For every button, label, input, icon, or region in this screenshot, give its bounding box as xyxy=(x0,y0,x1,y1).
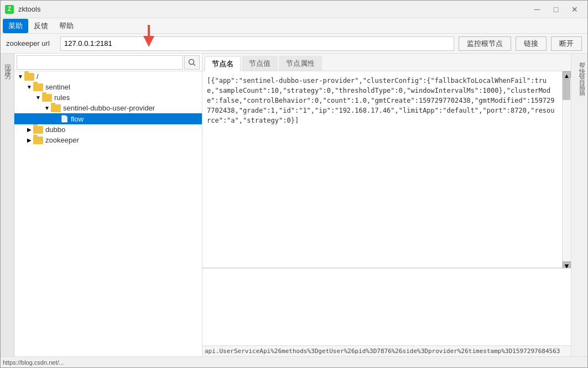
file-icon-flow: 📄 xyxy=(60,114,69,123)
svg-point-0 xyxy=(189,59,194,64)
tab-node-value[interactable]: 节点值 xyxy=(242,56,278,71)
disconnect-button[interactable]: 断开 xyxy=(551,36,582,51)
search-button[interactable] xyxy=(184,55,200,70)
menu-item-fankui[interactable]: 反馈 xyxy=(28,19,54,33)
far-right-panel: 帮 快 链 自 插 插 xyxy=(571,54,587,356)
node-label-rules: rules xyxy=(54,93,70,102)
connect-button[interactable]: 链接 xyxy=(516,36,547,51)
arrow-shaft xyxy=(148,25,150,36)
tree-node-provider[interactable]: ▼ sentinel-dubbo-user-provider xyxy=(14,103,202,113)
main-window: Z zktools ─ □ ✕ 菜助 反馈 帮助 zookeeper url 监… xyxy=(0,0,588,368)
far-right-label-help: 帮 xyxy=(571,56,587,59)
folder-icon-provider xyxy=(51,104,61,112)
toolbar: zookeeper url 监控根节点 链接 断开 xyxy=(1,34,587,54)
node-label-flow: flow xyxy=(71,115,84,123)
arrow-indicator xyxy=(143,25,154,47)
far-right-label-fast: 快 xyxy=(571,62,587,64)
far-right-label-link: 链 xyxy=(571,67,587,70)
node-label-sentinel: sentinel xyxy=(45,83,70,91)
toggle-rules[interactable]: ▼ xyxy=(34,94,42,102)
menu-item-bangzhu[interactable]: 帮助 xyxy=(54,19,79,33)
maximize-button[interactable]: □ xyxy=(548,4,564,15)
folder-icon-dubbo xyxy=(33,126,43,134)
tab-node-name[interactable]: 节点名 xyxy=(205,56,241,71)
far-right-label-auto: 自 xyxy=(571,73,587,75)
node-label-root: / xyxy=(37,72,39,81)
tree-node-rules[interactable]: ▼ rules xyxy=(14,92,202,103)
scrollbar-thumb[interactable] xyxy=(563,78,570,100)
toggle-zookeeper[interactable]: ▶ xyxy=(25,136,33,144)
tree-container: ▼ / ▼ sentinel ▼ rules xyxy=(14,71,202,356)
folder-icon-root xyxy=(24,73,34,81)
menu-bar: 菜助 反馈 帮助 xyxy=(1,18,587,34)
toggle-root[interactable]: ▼ xyxy=(17,73,24,81)
search-input[interactable] xyxy=(17,55,183,70)
zookeeper-url-input[interactable] xyxy=(60,36,454,51)
title-bar-left: Z zktools xyxy=(5,5,40,14)
minimize-button[interactable]: ─ xyxy=(529,4,545,15)
tree-node-flow[interactable]: 📄 flow xyxy=(14,113,202,124)
scrollbar-down[interactable]: ▼ xyxy=(563,261,571,268)
tree-node-dubbo[interactable]: ▶ dubbo xyxy=(14,124,202,135)
tabs-bar: 节点名 节点值 节点属性 xyxy=(202,54,571,71)
tree-node-root[interactable]: ▼ / xyxy=(14,71,202,82)
far-right-label-plugin2: 插 xyxy=(571,84,587,86)
tab-node-attr[interactable]: 节点属性 xyxy=(279,56,322,71)
tree-node-zookeeper[interactable]: ▶ zookeeper xyxy=(14,135,202,145)
zookeeper-label: zookeeper url xyxy=(6,39,56,48)
menu-item-caizhuan[interactable]: 菜助 xyxy=(3,19,28,33)
window-controls: ─ □ ✕ xyxy=(529,4,583,15)
status-url: https://blog.csdn.net/... xyxy=(3,359,64,366)
right-scrollbar[interactable]: ▲ ▼ xyxy=(562,71,571,268)
title-bar: Z zktools ─ □ ✕ xyxy=(1,1,587,18)
node-label-dubbo: dubbo xyxy=(45,125,65,134)
app-icon: Z xyxy=(5,5,14,14)
svg-line-1 xyxy=(194,64,196,66)
content-area: [{"app":"sentinel-dubbo-user-provider","… xyxy=(202,71,571,356)
tree-panel: ▼ / ▼ sentinel ▼ rules xyxy=(14,54,202,356)
tree-node-sentinel[interactable]: ▼ sentinel xyxy=(14,82,202,92)
far-right-label-plugin1: 插 xyxy=(571,78,587,81)
left-sidebar: 现 序 另 xyxy=(1,54,14,356)
toggle-provider[interactable]: ▼ xyxy=(43,104,51,112)
right-panel: 节点名 节点值 节点属性 [{"app":"sentinel-dubbo-use… xyxy=(202,54,571,356)
node-label-zookeeper: zookeeper xyxy=(45,136,79,144)
folder-icon-rules xyxy=(42,94,52,102)
folder-icon-zookeeper xyxy=(33,136,43,144)
folder-icon-sentinel xyxy=(33,83,43,91)
monitor-button[interactable]: 监控根节点 xyxy=(459,36,511,51)
scrollbar-up[interactable]: ▲ xyxy=(563,71,571,78)
toggle-sentinel[interactable]: ▼ xyxy=(25,83,33,91)
bottom-content: api.UserServiceApi%26methods%3DgetUser%2… xyxy=(202,268,571,356)
bottom-url-bar: api.UserServiceApi%26methods%3DgetUser%2… xyxy=(202,345,571,356)
json-content: [{"app":"sentinel-dubbo-user-provider","… xyxy=(202,71,562,268)
node-label-provider: sentinel-dubbo-user-provider xyxy=(63,104,155,112)
toggle-flow[interactable] xyxy=(52,115,60,123)
window-title: zktools xyxy=(18,5,40,13)
close-button[interactable]: ✕ xyxy=(566,4,583,15)
search-icon xyxy=(188,59,196,66)
arrow-head xyxy=(143,36,154,47)
status-bar: https://blog.csdn.net/... xyxy=(1,356,587,367)
toggle-dubbo[interactable]: ▶ xyxy=(25,126,33,134)
main-content: 现 序 另 ▼ / xyxy=(1,54,587,356)
search-bar xyxy=(14,54,202,71)
bottom-url-text: api.UserServiceApi%26methods%3DgetUser%2… xyxy=(202,348,562,355)
